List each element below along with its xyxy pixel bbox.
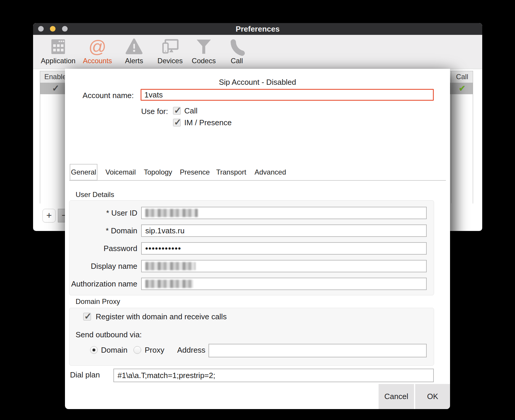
preferences-toolbar: Application @ Accounts Alerts — [33, 35, 482, 69]
outbound-proxy-radio[interactable] — [133, 346, 141, 354]
display-name-input[interactable] — [141, 260, 427, 272]
enable-column-header: Enable — [44, 71, 66, 82]
toolbar-item-call[interactable]: Call — [215, 37, 259, 65]
call-icon — [215, 37, 259, 57]
use-for-call-checkbox[interactable]: ✓ — [173, 107, 181, 115]
outbound-domain-radio[interactable] — [90, 346, 98, 354]
tab-advanced[interactable]: Advanced — [255, 164, 286, 180]
use-for-label: Use for: — [65, 107, 168, 115]
cancel-button-label: Cancel — [384, 392, 408, 401]
use-for-im-presence-checkbox[interactable]: ✓ — [173, 119, 181, 126]
cancel-button[interactable]: Cancel — [379, 384, 414, 409]
tab-presence[interactable]: Presence — [180, 164, 210, 180]
radio-selected-dot — [92, 349, 95, 351]
sheet-title: Sip Account - Disabled — [65, 78, 450, 87]
redacted-value — [145, 280, 193, 288]
checkmark-icon: ✓ — [174, 105, 181, 115]
use-for-im-presence-label: IM / Presence — [184, 118, 232, 127]
call-enabled-check-icon: ✔ — [452, 83, 473, 94]
plus-icon: + — [46, 210, 52, 221]
user-id-label: * User ID — [65, 207, 137, 219]
window-title: Preferences — [33, 23, 482, 35]
ok-button[interactable]: OK — [415, 384, 450, 409]
redacted-value — [145, 262, 195, 270]
checkmark-icon: ✓ — [84, 311, 92, 321]
password-label: Password — [65, 242, 137, 255]
domain-input[interactable] — [141, 224, 427, 237]
toolbar-label-application: Application — [36, 57, 80, 65]
user-details-section-label: User Details — [76, 191, 114, 199]
display-name-label: Display name — [65, 260, 137, 272]
domain-label: * Domain — [65, 224, 137, 237]
enabled-checkmark-icon[interactable]: ✓ — [52, 83, 59, 94]
register-with-domain-checkbox[interactable]: ✓ — [83, 313, 91, 320]
password-input[interactable] — [141, 242, 427, 255]
call-column-header: Call — [451, 71, 473, 82]
dial-plan-input[interactable] — [113, 369, 434, 382]
title-bar: Preferences — [33, 23, 482, 35]
tab-general[interactable]: General — [70, 164, 97, 180]
dial-plan-label: Dial plan — [70, 371, 100, 379]
address-input[interactable] — [208, 344, 427, 357]
domain-proxy-section-label: Domain Proxy — [76, 297, 120, 306]
ok-button-label: OK — [427, 392, 438, 401]
tab-transport[interactable]: Transport — [216, 164, 246, 180]
tab-underline — [69, 180, 446, 181]
outbound-domain-label: Domain — [101, 346, 128, 354]
use-for-call-label: Call — [184, 107, 198, 115]
tab-topology[interactable]: Topology — [144, 164, 172, 180]
authorization-name-label: Authorization name — [65, 278, 137, 290]
screen: Preferences — [0, 0, 515, 420]
send-outbound-via-label: Send outbound via: — [76, 331, 142, 339]
toolbar-item-application[interactable]: Application — [36, 37, 80, 65]
account-name-input[interactable] — [141, 89, 434, 101]
add-account-button[interactable]: + — [43, 209, 56, 222]
register-with-domain-label: Register with domain and receive calls — [96, 312, 227, 321]
address-label: Address — [177, 346, 205, 354]
checkmark-icon: ✓ — [174, 117, 181, 127]
call-column: ✔ — [451, 83, 473, 203]
redacted-value — [145, 209, 198, 217]
application-icon — [36, 37, 80, 57]
outbound-proxy-label: Proxy — [145, 346, 164, 354]
account-name-label: Account name: — [65, 89, 134, 101]
user-id-input[interactable] — [141, 207, 427, 219]
sip-account-sheet: Sip Account - Disabled Account name: Use… — [65, 69, 450, 409]
tab-voicemail[interactable]: Voicemail — [105, 164, 136, 180]
authorization-name-input[interactable] — [141, 278, 427, 290]
toolbar-label-call: Call — [215, 57, 259, 65]
